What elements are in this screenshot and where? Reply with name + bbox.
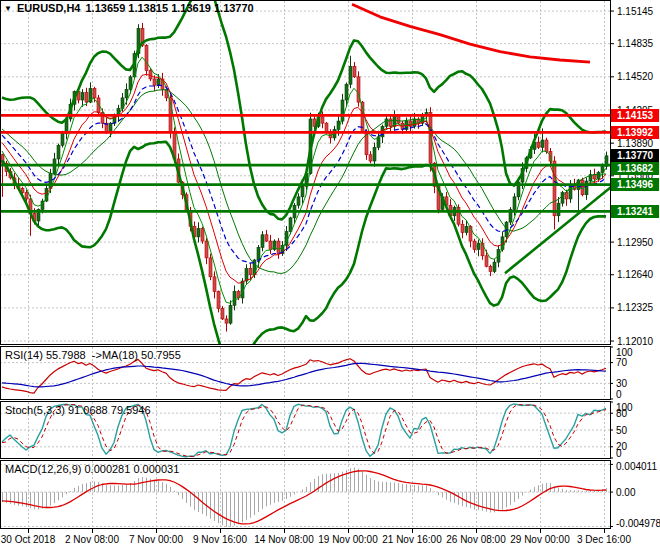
indicator-axis-label: 70	[616, 357, 660, 368]
time-axis-label: 21 Nov 16:00	[382, 534, 442, 545]
symbol-dropdown-icon[interactable]: ▼	[4, 3, 12, 14]
ohlc-readout: 1.13659 1.13815 1.13619 1.13770	[86, 2, 254, 14]
indicator-axis-label: 0	[616, 448, 660, 459]
resistance-level-label[interactable]: 1.14153	[611, 109, 659, 122]
time-axis-label: 29 Nov 00:00	[510, 534, 570, 545]
resistance-level-label[interactable]: 1.13992	[611, 126, 659, 139]
symbol-period-label: EURUSD,H4	[17, 2, 81, 14]
time-axis-label: 9 Nov 16:00	[193, 534, 247, 545]
price-axis-label: 1.12950	[617, 236, 660, 249]
time-axis-label: 2 Nov 08:00	[65, 534, 119, 545]
indicator-axis-label: 0	[616, 389, 660, 400]
time-axis-label: 19 Nov 00:00	[318, 534, 378, 545]
price-axis-label: 1.12325	[617, 301, 660, 314]
indicator-axis-label: 30	[616, 378, 660, 389]
macd-indicator-label: MACD(12,26,9) 0.000281 0.000031	[5, 463, 179, 475]
time-axis-label: 14 Nov 08:00	[254, 534, 314, 545]
indicator-axis-label: 80	[616, 408, 660, 419]
current-price-label[interactable]: 1.13770	[611, 149, 659, 162]
price-axis-label: 1.12640	[617, 268, 660, 281]
indicator-axis-label: 100	[616, 347, 660, 358]
price-axis-label: 1.14835	[617, 37, 660, 50]
chart-title: ▼ EURUSD,H4 1.13659 1.13815 1.13619 1.13…	[4, 2, 254, 14]
time-axis-label: 7 Nov 00:00	[129, 534, 183, 545]
support-level-label[interactable]: 1.13496	[611, 178, 659, 191]
time-axis-label: 30 Oct 2018	[1, 534, 55, 545]
price-axis-label: 1.15145	[617, 5, 660, 18]
indicator-axis-label: -0.004978	[616, 518, 660, 529]
indicator-axis-label: 0.004011	[616, 461, 660, 472]
indicator-axis-label: 50	[616, 425, 660, 436]
support-level-label[interactable]: 1.13682	[611, 162, 659, 175]
stoch-indicator-label: Stoch(5,3,3) 91.0688 79.5946	[5, 404, 151, 416]
support-level-label[interactable]: 1.13241	[611, 205, 659, 218]
price-axis-label: 1.14520	[617, 70, 660, 83]
time-axis-label: 3 Dec 16:00	[577, 534, 631, 545]
trading-chart-window: ▼ EURUSD,H4 1.13659 1.13815 1.13619 1.13…	[0, 0, 660, 550]
rsi-indicator-label: RSI(14) 55.7988 ->MA(18) 50.7955	[5, 349, 181, 361]
indicator-axis-label: 0.00	[616, 487, 660, 498]
time-axis-label: 26 Nov 08:00	[446, 534, 506, 545]
main-price-panel	[0, 0, 612, 375]
